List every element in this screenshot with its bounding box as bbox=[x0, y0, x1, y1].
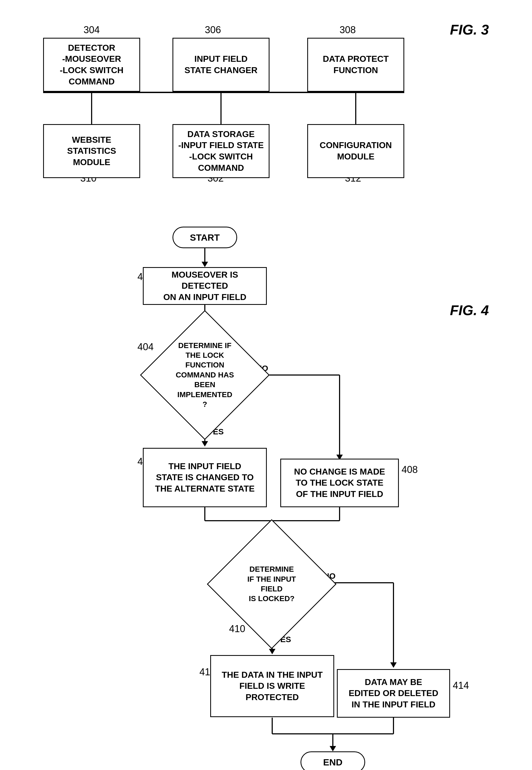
diamond404: DETERMINE IFTHE LOCK FUNCTIONCOMMAND HAS… bbox=[156, 327, 253, 424]
diamond410-label: DETERMINEIF THE INPUT FIELDIS LOCKED? bbox=[237, 564, 307, 604]
fig4-diagram: FIG. 4 YES NO bbox=[22, 221, 510, 761]
start-label: START bbox=[190, 232, 220, 243]
input-field-state-changer-label: INPUT FIELDSTATE CHANGER bbox=[185, 53, 258, 76]
website-stats-label: WEBSITESTATISTICSMODULE bbox=[67, 134, 116, 168]
ref-308: 308 bbox=[340, 24, 356, 36]
ref-304: 304 bbox=[84, 24, 100, 36]
svg-marker-21 bbox=[390, 662, 397, 668]
detector-box: DETECTOR-MOUSEOVER-LOCK SWITCH COMMAND bbox=[43, 38, 140, 92]
end-label: END bbox=[323, 757, 343, 768]
step402-label: MOUSEOVER IS DETECTEDON AN INPUT FIELD bbox=[148, 269, 262, 303]
step406-box: THE INPUT FIELDSTATE IS CHANGED TOTHE AL… bbox=[143, 448, 267, 507]
step406-label: THE INPUT FIELDSTATE IS CHANGED TOTHE AL… bbox=[155, 461, 255, 494]
fig3-title: FIG. 3 bbox=[450, 22, 489, 38]
ref-408: 408 bbox=[402, 464, 418, 475]
data-storage-box: DATA STORAGE-INPUT FIELD STATE-LOCK SWIT… bbox=[172, 124, 270, 178]
step408-label: NO CHANGE IS MADETO THE LOCK STATEOF THE… bbox=[294, 466, 385, 500]
data-protect-label: DATA PROTECTFUNCTION bbox=[323, 53, 389, 76]
svg-marker-17 bbox=[269, 649, 275, 654]
page: FIG. 3 304 306 308 DETECTOR-MOUSEOVER-LO… bbox=[0, 0, 532, 770]
data-protect-box: DATA PROTECTFUNCTION bbox=[307, 38, 404, 92]
data-storage-label: DATA STORAGE-INPUT FIELD STATE-LOCK SWIT… bbox=[177, 129, 265, 173]
step402-box: MOUSEOVER IS DETECTEDON AN INPUT FIELD bbox=[143, 267, 267, 305]
fig4-title: FIG. 4 bbox=[450, 302, 489, 318]
website-stats-box: WEBSITESTATISTICSMODULE bbox=[43, 124, 140, 178]
diamond404-label: DETERMINE IFTHE LOCK FUNCTIONCOMMAND HAS… bbox=[170, 341, 240, 410]
config-module-label: CONFIGURATIONMODULE bbox=[320, 140, 392, 162]
step414-box: DATA MAY BEEDITED OR DELETEDIN THE INPUT… bbox=[337, 669, 450, 718]
vline-304 bbox=[91, 92, 92, 124]
vline-306 bbox=[220, 92, 222, 124]
config-module-box: CONFIGURATIONMODULE bbox=[307, 124, 404, 178]
vline-308 bbox=[355, 92, 356, 124]
end-box: END bbox=[300, 751, 365, 770]
ref-410: 410 bbox=[229, 623, 245, 635]
ref-404: 404 bbox=[137, 341, 154, 353]
svg-marker-5 bbox=[202, 441, 208, 446]
step414-label: DATA MAY BEEDITED OR DELETEDIN THE INPUT… bbox=[349, 677, 438, 710]
step412-box: THE DATA IN THE INPUTFIELD IS WRITE PROT… bbox=[210, 655, 334, 717]
step412-label: THE DATA IN THE INPUTFIELD IS WRITE PROT… bbox=[215, 669, 329, 703]
ref-414: 414 bbox=[453, 680, 469, 691]
svg-marker-27 bbox=[330, 746, 336, 751]
input-field-state-changer-box: INPUT FIELDSTATE CHANGER bbox=[172, 38, 270, 92]
step408-box: NO CHANGE IS MADETO THE LOCK STATEOF THE… bbox=[280, 459, 399, 507]
diamond410: DETERMINEIF THE INPUT FIELDIS LOCKED? bbox=[223, 535, 320, 633]
detector-label: DETECTOR-MOUSEOVER-LOCK SWITCH COMMAND bbox=[48, 42, 135, 87]
start-box: START bbox=[172, 227, 237, 248]
svg-marker-1 bbox=[202, 262, 208, 267]
ref-306: 306 bbox=[205, 24, 221, 36]
fig3-diagram: FIG. 3 304 306 308 DETECTOR-MOUSEOVER-LO… bbox=[22, 16, 510, 200]
fig3-horizontal-line bbox=[43, 92, 404, 93]
